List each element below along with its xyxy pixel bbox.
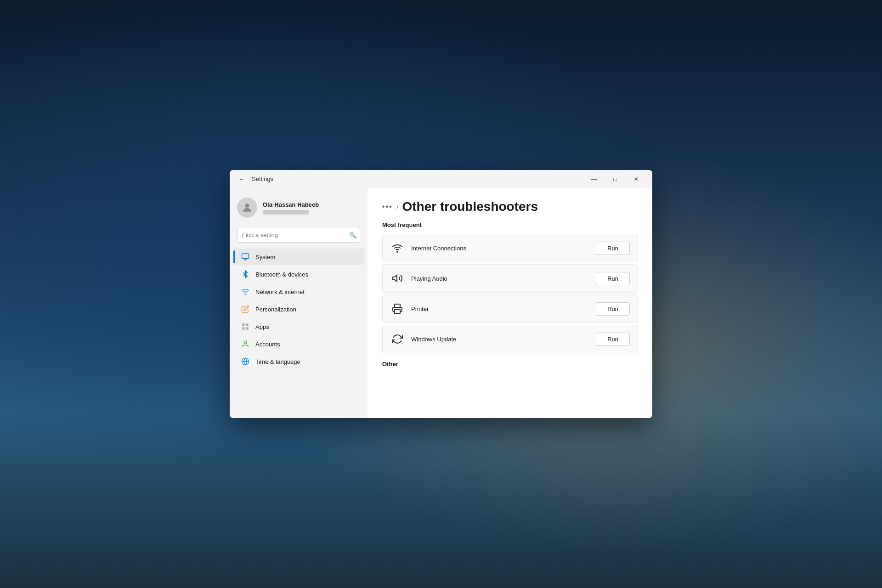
monitor-icon bbox=[241, 252, 250, 261]
svg-point-10 bbox=[397, 251, 398, 252]
close-button[interactable]: ✕ bbox=[626, 172, 647, 187]
sidebar-item-network-label: Network & internet bbox=[255, 288, 305, 295]
bluetooth-icon bbox=[241, 270, 250, 279]
user-profile: Ola-Hassan Habeeb bbox=[230, 194, 368, 225]
run-audio-button[interactable]: Run bbox=[596, 272, 630, 285]
troubleshooter-audio: Playing Audio Run bbox=[382, 264, 638, 293]
globe-icon bbox=[241, 357, 250, 366]
search-input[interactable] bbox=[237, 227, 360, 243]
svg-point-0 bbox=[245, 204, 249, 208]
avatar bbox=[237, 198, 257, 218]
sidebar-item-time-label: Time & language bbox=[255, 358, 300, 365]
internet-icon bbox=[390, 241, 405, 255]
network-icon bbox=[241, 287, 250, 296]
other-section: Other bbox=[382, 361, 638, 368]
titlebar-title: Settings bbox=[252, 175, 273, 182]
sidebar-item-system[interactable]: System bbox=[233, 249, 364, 265]
svg-marker-11 bbox=[393, 275, 397, 282]
internet-label: Internet Connections bbox=[411, 245, 596, 252]
page-title: Other troubleshooters bbox=[402, 199, 538, 214]
search-box: 🔍 bbox=[237, 227, 360, 243]
sidebar-item-bluetooth[interactable]: Bluetooth & devices bbox=[233, 266, 364, 283]
window-body: Ola-Hassan Habeeb 🔍 System bbox=[230, 188, 652, 418]
sidebar-item-bluetooth-label: Bluetooth & devices bbox=[255, 271, 308, 278]
search-icon: 🔍 bbox=[349, 232, 356, 238]
audio-label: Playing Audio bbox=[411, 275, 596, 282]
troubleshooter-internet: Internet Connections Run bbox=[382, 234, 638, 262]
breadcrumb: ••• › Other troubleshooters bbox=[382, 199, 638, 214]
accounts-icon bbox=[241, 339, 250, 349]
svg-rect-3 bbox=[242, 323, 244, 326]
window-controls: — □ ✕ bbox=[583, 172, 647, 187]
sidebar: Ola-Hassan Habeeb 🔍 System bbox=[230, 188, 368, 418]
sidebar-item-personalization[interactable]: Personalization bbox=[233, 301, 364, 317]
sidebar-item-system-label: System bbox=[255, 254, 275, 260]
audio-icon bbox=[390, 271, 405, 286]
pen-icon bbox=[241, 305, 250, 314]
svg-point-7 bbox=[244, 341, 247, 344]
troubleshooter-printer: Printer Run bbox=[382, 294, 638, 323]
svg-rect-12 bbox=[395, 310, 400, 313]
minimize-button[interactable]: — bbox=[583, 172, 605, 187]
apps-icon bbox=[241, 322, 250, 331]
svg-rect-5 bbox=[242, 328, 244, 330]
troubleshooter-windows-update: Windows Update Run bbox=[382, 325, 638, 353]
windows-update-label: Windows Update bbox=[411, 336, 596, 343]
run-internet-button[interactable]: Run bbox=[596, 242, 630, 255]
user-info: Ola-Hassan Habeeb bbox=[263, 201, 319, 215]
printer-label: Printer bbox=[411, 305, 596, 312]
main-content: ••• › Other troubleshooters Most frequen… bbox=[368, 188, 652, 418]
breadcrumb-dots: ••• bbox=[382, 203, 393, 211]
run-printer-button[interactable]: Run bbox=[596, 302, 630, 316]
sidebar-item-accounts[interactable]: Accounts bbox=[233, 336, 364, 352]
sidebar-item-network[interactable]: Network & internet bbox=[233, 283, 364, 300]
svg-rect-6 bbox=[246, 328, 249, 330]
user-email bbox=[263, 210, 309, 215]
other-label: Other bbox=[382, 361, 638, 368]
svg-point-2 bbox=[245, 294, 246, 295]
svg-rect-4 bbox=[246, 323, 249, 326]
svg-rect-1 bbox=[242, 254, 249, 259]
sidebar-item-personalization-label: Personalization bbox=[255, 306, 296, 313]
back-button[interactable]: ← bbox=[235, 173, 248, 186]
user-icon bbox=[241, 202, 253, 214]
update-icon bbox=[390, 332, 405, 346]
printer-icon bbox=[390, 301, 405, 316]
maximize-button[interactable]: □ bbox=[605, 172, 626, 187]
user-name: Ola-Hassan Habeeb bbox=[263, 201, 319, 208]
titlebar: ← Settings — □ ✕ bbox=[230, 170, 652, 188]
breadcrumb-chevron: › bbox=[396, 203, 399, 210]
run-windows-update-button[interactable]: Run bbox=[596, 333, 630, 346]
sidebar-item-apps-label: Apps bbox=[255, 323, 269, 330]
most-frequent-label: Most frequent bbox=[382, 221, 638, 228]
sidebar-item-apps[interactable]: Apps bbox=[233, 318, 364, 335]
sidebar-item-accounts-label: Accounts bbox=[255, 341, 280, 348]
settings-window: ← Settings — □ ✕ Ola-Hassan Habeeb bbox=[230, 170, 652, 418]
sidebar-item-time[interactable]: Time & language bbox=[233, 353, 364, 370]
